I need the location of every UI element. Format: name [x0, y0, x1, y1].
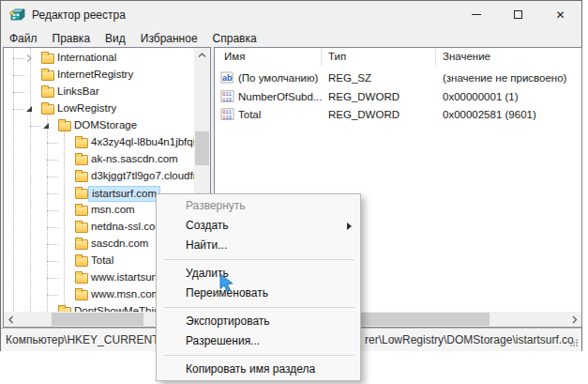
tree-item-label[interactable]: msn.com [88, 203, 138, 217]
context-menu-item-expand: Развернуть [157, 196, 360, 216]
tree-connector [47, 160, 58, 161]
tree-item-label[interactable]: d3kjggt7tl9go7.cloudfront.net [88, 169, 194, 183]
tree-item-d3kjggt7tl9go7[interactable]: d3kjggt7tl9go7.cloudfront.net [4, 168, 194, 185]
menu-edit[interactable]: Правка [45, 30, 98, 47]
folder-icon [75, 256, 88, 267]
tree-connector [47, 227, 58, 228]
context-menu-item-rename[interactable]: Переименовать [157, 284, 360, 303]
tree-connector [47, 210, 58, 211]
value-row-numberofsubdomains[interactable]: 011110NumberOfSubd...REG_DWORD0x00000001… [215, 88, 581, 106]
tree-item-internetregistry[interactable]: InternetRegistry [4, 67, 194, 84]
folder-icon [41, 70, 54, 81]
column-divider[interactable] [321, 48, 322, 66]
column-header-value[interactable]: Значение [443, 51, 490, 62]
tree-item-label[interactable]: www.msn.com [88, 287, 163, 301]
context-menu-item-find[interactable]: Найти... [157, 236, 360, 255]
menu-favorites[interactable]: Избранное [133, 30, 205, 47]
close-button[interactable]: ✕ [539, 1, 581, 28]
status-path-right: rer\LowRegistry\DOMStorage\istartsurf.co [365, 333, 574, 346]
tree-item-label[interactable]: DOMStorage [71, 118, 140, 132]
folder-icon [75, 273, 88, 284]
tree-item-label[interactable]: International [54, 51, 119, 65]
menu-separator [157, 303, 360, 312]
mouse-cursor-icon [217, 273, 235, 293]
tree-connector [13, 92, 24, 93]
column-header-name[interactable]: Имя [224, 51, 245, 62]
tree-item-label[interactable]: LinksBar [54, 84, 102, 99]
menu-view[interactable]: Вид [98, 30, 133, 47]
value-name: NumberOfSubd... [238, 91, 322, 102]
value-type: REG_SZ [328, 72, 371, 84]
folder-icon [75, 155, 88, 165]
folder-icon [58, 121, 71, 131]
tree-vscroll-thumb[interactable] [195, 131, 209, 165]
svg-text:ab: ab [222, 73, 233, 83]
folder-icon [41, 87, 54, 98]
chevron-expanded-icon[interactable] [41, 121, 51, 131]
value-data: (значение не присвоено) [443, 72, 566, 84]
tree-item-ak-ns-sascdn-com[interactable]: ak-ns.sascdn.com [4, 151, 194, 168]
context-menu-item-new[interactable]: Создать [157, 216, 360, 236]
chevron-expanded-icon[interactable] [24, 104, 34, 114]
tree-item-label[interactable]: ak-ns.sascdn.com [88, 152, 181, 166]
value-data: 0x00002581 (9601) [443, 109, 536, 120]
tree-item-linksbar[interactable]: LinksBar [4, 84, 194, 100]
folder-icon [75, 172, 88, 182]
window-title: Редактор реестра [32, 8, 126, 22]
column-header-type[interactable]: Тип [328, 51, 346, 62]
scroll-right-icon[interactable] [567, 312, 581, 327]
tree-connector [47, 177, 58, 177]
tree-connector [47, 244, 58, 245]
tree-item-lowregistry[interactable]: LowRegistry [4, 100, 194, 117]
tree-item-4x3zy4ql-l8bu4n1j[interactable]: 4x3zy4ql-l8bu4n1jbfqi [4, 134, 194, 151]
chevron-right-icon[interactable] [24, 54, 34, 63]
menu-separator [157, 255, 360, 264]
title-bar[interactable]: Редактор реестра ✕ [1, 1, 581, 29]
maximize-icon [514, 10, 522, 19]
dword-value-icon: 011110 [220, 108, 234, 120]
dword-value-icon: 011110 [220, 90, 234, 102]
menu-file[interactable]: Файл [2, 30, 45, 47]
submenu-arrow-icon [347, 223, 352, 230]
svg-text:110: 110 [222, 115, 232, 121]
tree-item-domstorage[interactable]: DOMStorage [4, 117, 194, 134]
screenshot-stage: Редактор реестра ✕ ФайлПравкаВидИзбранно… [0, 0, 588, 384]
minimize-button[interactable] [455, 1, 497, 28]
tree-hscroll-thumb[interactable] [52, 313, 143, 326]
tree-item-label[interactable]: 4x3zy4ql-l8bu4n1jbfqi [88, 135, 194, 149]
folder-icon [41, 104, 54, 115]
value-row-default[interactable]: ab(По умолчанию)REG_SZ(значение не присв… [215, 69, 581, 87]
tree-item-international[interactable]: International [4, 50, 194, 67]
minimize-icon [472, 14, 481, 15]
tree-item-label[interactable]: istartsurf.com [88, 186, 160, 202]
context-menu-item-copy-key-name[interactable]: Копировать имя раздела [157, 360, 360, 379]
tree-item-label[interactable]: sascdn.com [88, 237, 151, 251]
menu-help[interactable]: Справка [205, 30, 264, 47]
tree-connector [30, 126, 41, 127]
resize-grip-icon[interactable] [569, 338, 579, 347]
context-menu: РазвернутьСоздатьНайти...УдалитьПереимен… [156, 193, 361, 381]
tree-connector [13, 75, 24, 76]
tree-connector [47, 143, 58, 144]
context-menu-item-permissions[interactable]: Разрешения... [157, 331, 360, 351]
value-type: REG_DWORD [328, 91, 400, 102]
folder-icon [41, 54, 54, 64]
tree-connector [47, 261, 58, 262]
folder-icon [75, 290, 88, 300]
scroll-up-icon[interactable] [194, 48, 210, 62]
folder-icon [75, 189, 88, 199]
tree-item-label[interactable]: Total [88, 253, 116, 268]
context-menu-item-export[interactable]: Экспортировать [157, 312, 360, 331]
folder-icon [75, 138, 88, 148]
context-menu-item-delete[interactable]: Удалить [157, 264, 360, 284]
tree-connector [47, 278, 58, 279]
scroll-left-icon[interactable] [4, 312, 18, 327]
tree-connector [47, 193, 58, 194]
value-row-total[interactable]: 011110TotalREG_DWORD0x00002581 (9601) [215, 106, 581, 124]
tree-item-label[interactable]: InternetRegistry [54, 68, 136, 82]
tree-item-label[interactable]: LowRegistry [54, 101, 119, 115]
maximize-button[interactable] [497, 1, 539, 28]
string-value-icon: ab [220, 71, 234, 84]
column-divider[interactable] [435, 48, 436, 66]
menu-bar: ФайлПравкаВидИзбранноеСправка [1, 29, 581, 47]
